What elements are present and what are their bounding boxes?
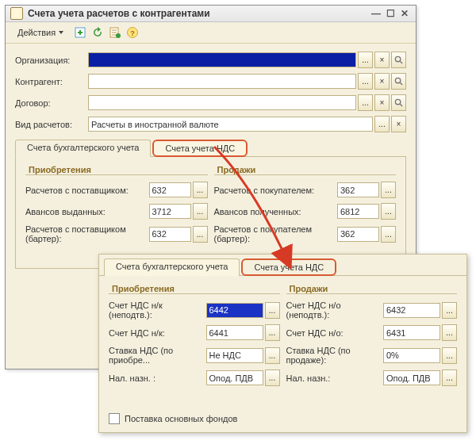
svg-text:?: ? [130, 29, 135, 37]
vat-nk-unconf-label: Счет НДС н/к (неподтв.): [109, 301, 206, 320]
org-ellipsis-button[interactable]: ... [358, 52, 373, 68]
vat-nal-acq-ellipsis[interactable]: ... [265, 370, 280, 386]
advances-issued-input[interactable]: 3712 [149, 204, 191, 219]
calc-type-clear-button[interactable]: × [391, 116, 406, 132]
vat-rate-acq-input[interactable]: Не НДС [206, 348, 263, 363]
group-sales: Продажи Расчетов с покупателем: 362 ... … [214, 165, 397, 260]
buyer-barter-ellipsis-button[interactable]: ... [381, 226, 396, 243]
contragent-ellipsis-button[interactable]: ... [358, 73, 373, 90]
buyer-input[interactable]: 362 [337, 182, 379, 197]
vat-nk-unconf-ellipsis[interactable]: ... [265, 302, 280, 319]
supplier-input[interactable]: 632 [149, 182, 191, 197]
calc-type-value: Расчеты в иностранной валюте [91, 120, 219, 129]
supplier-barter-input[interactable]: 632 [149, 227, 191, 242]
search-icon [394, 77, 403, 86]
vat-rate-sales-input[interactable]: 0% [383, 348, 440, 363]
vat-nk-ellipsis[interactable]: ... [265, 324, 280, 341]
vat-rate-acq-label: Ставка НДС (по приобре... [109, 346, 206, 365]
vat-no-ellipsis[interactable]: ... [442, 324, 457, 341]
tab-accounting-2[interactable]: Счета бухгалтерского учета [104, 258, 240, 276]
contragent-label: Контрагент: [15, 77, 88, 86]
vat-group-sales: Продажи Счет НДС н/о (неподтв.): 6432 ..… [286, 284, 458, 391]
vat-nk-input[interactable]: 6441 [206, 325, 263, 340]
contract-ellipsis-button[interactable]: ... [358, 94, 373, 111]
vat-no-input[interactable]: 6431 [383, 325, 440, 340]
dropdown-triangle [59, 31, 63, 34]
calc-type-input[interactable]: Расчеты в иностранной валюте [88, 117, 373, 132]
tab-accounting[interactable]: Счета бухгалтерского учета [15, 140, 151, 157]
supplier-label: Расчетов с поставщиком: [25, 186, 149, 195]
titlebar: Счета учета расчетов с контрагентами — ☐… [6, 6, 416, 22]
add-record-icon[interactable] [74, 26, 86, 39]
fixed-assets-row: Поставка основных фондов [109, 413, 457, 424]
app-icon [10, 7, 23, 20]
buyer-ellipsis-button[interactable]: ... [381, 182, 396, 198]
vat-nk-unconf-input[interactable]: 6442 [206, 303, 263, 318]
vat-nal-acq-input[interactable]: Опод. ПДВ [206, 370, 263, 385]
buyer-barter-input[interactable]: 362 [337, 227, 379, 242]
vat-rate-sales-ellipsis[interactable]: ... [442, 347, 457, 364]
vat-nal-sales-label: Нал. назн.: [286, 373, 384, 383]
svg-point-2 [116, 33, 121, 38]
org-search-button[interactable] [391, 52, 406, 68]
contragent-clear-button[interactable]: × [374, 73, 390, 90]
row-org: Организация: ... × [15, 52, 406, 68]
vat-group-acquisitions: Приобретения Счет НДС н/к (неподтв.): 64… [109, 284, 280, 391]
search-icon [394, 56, 403, 64]
calc-type-ellipsis-button[interactable]: ... [374, 116, 390, 132]
contract-input[interactable] [88, 95, 356, 110]
svg-point-5 [395, 56, 400, 61]
row-contragent: Контрагент: ... × [15, 73, 406, 90]
tab-vat-2[interactable]: Счета учета НДС [241, 258, 336, 276]
row-contract: Договор: ... × [15, 94, 406, 111]
vat-rate-acq-ellipsis[interactable]: ... [265, 347, 280, 364]
org-label: Организация: [15, 56, 88, 65]
contract-clear-button[interactable]: × [374, 94, 390, 111]
sales-legend: Продажи [214, 165, 397, 174]
tabpanel-accounting: Приобретения Расчетов с поставщиком: 632… [15, 156, 406, 269]
contragent-input[interactable] [88, 74, 356, 89]
maximize-button[interactable]: ☐ [384, 8, 397, 20]
advances-recv-ellipsis-button[interactable]: ... [381, 203, 396, 220]
buyer-barter-label: Расчетов с покупателем (бартер): [214, 224, 338, 243]
org-input[interactable] [88, 52, 356, 67]
vat-no-unconf-ellipsis[interactable]: ... [442, 302, 457, 319]
help-icon[interactable]: ? [126, 26, 139, 39]
tabs-upper: Счета бухгалтерского учета Счета учета Н… [15, 139, 406, 156]
contract-search-button[interactable] [391, 94, 406, 111]
advances-issued-label: Авансов выданных: [25, 207, 149, 216]
advances-recv-input[interactable]: 6812 [337, 204, 379, 219]
actions-menu[interactable]: Действия [12, 25, 69, 40]
advances-issued-ellipsis-button[interactable]: ... [193, 203, 208, 220]
group-acquisitions: Приобретения Расчетов с поставщиком: 632… [25, 165, 208, 260]
tabpanel-vat: Приобретения Счет НДС н/к (неподтв.): 64… [99, 275, 466, 432]
tab-vat[interactable]: Счета учета НДС [152, 140, 248, 157]
vat-nk-label: Счет НДС н/к: [109, 328, 206, 338]
advances-recv-label: Авансов полученных: [214, 207, 338, 216]
vat-nal-sales-input[interactable]: Опод. ПДВ [383, 370, 440, 385]
actions-label: Действия [17, 28, 56, 37]
acquisitions-legend: Приобретения [25, 165, 208, 174]
vat-no-unconf-input[interactable]: 6432 [383, 303, 440, 318]
close-button[interactable]: ✕ [398, 8, 411, 20]
refresh-icon[interactable] [91, 26, 104, 39]
svg-point-7 [395, 78, 400, 82]
minimize-button[interactable]: — [370, 8, 382, 20]
vat-rate-sales-label: Ставка НДС (по продаже): [286, 346, 384, 365]
vat-panel: Счета бухгалтерского учета Счета учета Н… [98, 254, 467, 433]
settings-list-icon[interactable] [109, 26, 121, 39]
org-clear-button[interactable]: × [374, 52, 390, 68]
vat-nal-sales-ellipsis[interactable]: ... [442, 370, 457, 386]
vat-no-label: Счет НДС н/о: [286, 328, 384, 338]
svg-point-9 [395, 99, 400, 104]
fixed-assets-checkbox[interactable] [109, 413, 120, 424]
contragent-search-button[interactable] [391, 73, 406, 90]
supplier-barter-ellipsis-button[interactable]: ... [193, 226, 208, 243]
supplier-ellipsis-button[interactable]: ... [193, 182, 208, 198]
toolbar: Действия ? [6, 22, 416, 44]
vat-nal-acq-label: Нал. назн. : [109, 373, 206, 383]
fixed-assets-label: Поставка основных фондов [125, 414, 237, 423]
svg-line-6 [400, 61, 402, 63]
svg-line-8 [400, 82, 402, 85]
calc-type-label: Вид расчетов: [15, 120, 88, 129]
